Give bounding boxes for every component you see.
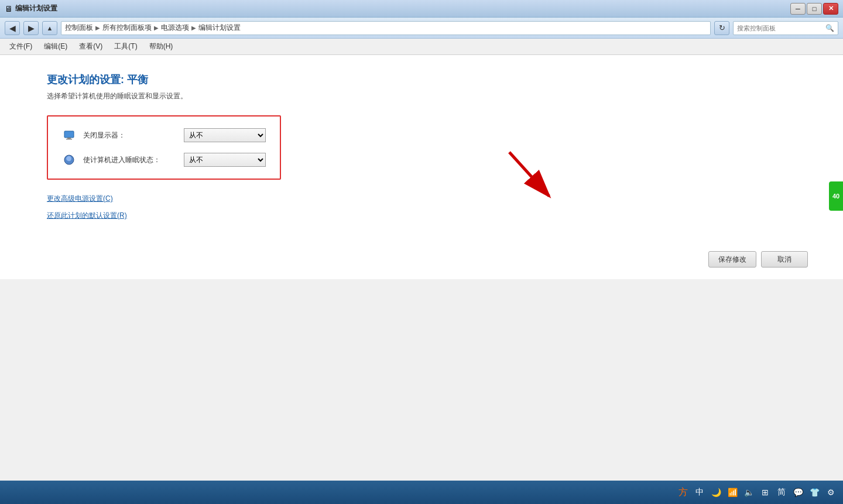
page-title: 更改计划的设置: 平衡 xyxy=(47,73,796,87)
sleep-icon xyxy=(62,153,76,167)
window-title: 编辑计划设置 xyxy=(15,4,57,13)
svg-rect-0 xyxy=(64,131,74,138)
menu-file[interactable]: 文件(F) xyxy=(5,40,37,53)
taskbar-icon-message[interactable]: 💬 xyxy=(791,486,804,499)
restore-defaults-link[interactable]: 还原此计划的默认设置(R) xyxy=(47,211,127,220)
button-row: 保存修改 取消 xyxy=(47,251,808,268)
settings-box: 关闭显示器： 从不 1 分钟 5 分钟 10 分钟 15 分钟 30 分钟 1 … xyxy=(47,115,281,180)
forward-button[interactable]: ▶ xyxy=(23,21,39,35)
search-icon[interactable]: 🔍 xyxy=(825,24,834,32)
breadcrumb-arrow-2: ▶ xyxy=(191,25,196,31)
title-bar-controls: ─ □ ✕ xyxy=(790,3,838,15)
refresh-button[interactable]: ↻ xyxy=(714,21,729,35)
taskbar-icon-clothing[interactable]: 👕 xyxy=(808,486,821,499)
minimize-button[interactable]: ─ xyxy=(790,3,806,15)
menu-view[interactable]: 查看(V) xyxy=(74,40,107,53)
taskbar-icon-grid[interactable]: ⊞ xyxy=(759,486,772,499)
svg-rect-1 xyxy=(67,138,71,139)
breadcrumb-item-1[interactable]: 所有控制面板项 xyxy=(102,23,152,33)
taskbar-icon-fanyi[interactable]: 方 xyxy=(677,486,690,499)
breadcrumb-item-0[interactable]: 控制面板 xyxy=(65,23,93,33)
address-bar: ◀ ▶ ▲ 控制面板 ▶ 所有控制面板项 ▶ 电源选项 ▶ 编辑计划设置 ↻ 🔍 xyxy=(0,18,843,39)
setting-row-sleep: 使计算机进入睡眠状态： 从不 1 分钟 5 分钟 10 分钟 15 分钟 30 … xyxy=(62,153,266,167)
save-button[interactable]: 保存修改 xyxy=(708,251,756,268)
advanced-settings-link[interactable]: 更改高级电源设置(C) xyxy=(47,194,113,203)
taskbar-icon-moon[interactable]: 🌙 xyxy=(710,486,722,499)
taskbar-icon-network[interactable]: 📶 xyxy=(726,486,739,499)
link-section-restore: 还原此计划的默认设置(R) xyxy=(47,211,796,221)
sleep-label: 使计算机进入睡眠状态： xyxy=(83,155,177,165)
up-button[interactable]: ▲ xyxy=(42,21,57,35)
side-button[interactable]: 40 xyxy=(829,181,843,211)
taskbar-icon-speaker[interactable]: 🔈 xyxy=(742,486,755,499)
title-bar: 🖥 编辑计划设置 ─ □ ✕ xyxy=(0,0,843,18)
search-input[interactable] xyxy=(737,25,823,32)
display-icon xyxy=(62,128,76,142)
title-bar-left: 🖥 编辑计划设置 xyxy=(5,4,57,13)
breadcrumb-item-3[interactable]: 编辑计划设置 xyxy=(198,23,241,33)
menu-edit[interactable]: 编辑(E) xyxy=(39,40,72,53)
taskbar: 方 中 🌙 📶 🔈 ⊞ 简 💬 👕 ⚙ xyxy=(0,481,843,504)
link-section-advanced: 更改高级电源设置(C) xyxy=(47,194,796,204)
breadcrumb-arrow-1: ▶ xyxy=(154,25,159,31)
setting-row-display: 关闭显示器： 从不 1 分钟 5 分钟 10 分钟 15 分钟 30 分钟 1 … xyxy=(62,128,266,142)
breadcrumb: 控制面板 ▶ 所有控制面板项 ▶ 电源选项 ▶ 编辑计划设置 xyxy=(61,21,711,35)
menu-tools[interactable]: 工具(T) xyxy=(109,40,142,53)
window-icon: 🖥 xyxy=(5,4,13,13)
taskbar-icon-settings[interactable]: ⚙ xyxy=(824,486,837,499)
close-button[interactable]: ✕ xyxy=(823,3,838,15)
breadcrumb-arrow-0: ▶ xyxy=(95,25,100,31)
menu-help[interactable]: 帮助(H) xyxy=(145,40,178,53)
menu-bar: 文件(F) 编辑(E) 查看(V) 工具(T) 帮助(H) xyxy=(0,39,843,55)
display-select[interactable]: 从不 1 分钟 5 分钟 10 分钟 15 分钟 30 分钟 1 小时 xyxy=(184,128,266,142)
breadcrumb-item-2[interactable]: 电源选项 xyxy=(161,23,189,33)
cancel-button[interactable]: 取消 xyxy=(761,251,808,268)
taskbar-icon-jian[interactable]: 简 xyxy=(775,486,788,499)
sleep-select[interactable]: 从不 1 分钟 5 分钟 10 分钟 15 分钟 30 分钟 1 小时 xyxy=(184,153,266,167)
page-subtitle: 选择希望计算机使用的睡眠设置和显示设置。 xyxy=(47,91,796,101)
svg-rect-2 xyxy=(66,139,72,140)
maximize-button[interactable]: □ xyxy=(807,3,822,15)
display-label: 关闭显示器： xyxy=(83,131,177,140)
taskbar-icon-zhong[interactable]: 中 xyxy=(693,486,706,499)
back-button[interactable]: ◀ xyxy=(5,21,20,35)
search-bar: 🔍 xyxy=(733,21,838,35)
main-content: 更改计划的设置: 平衡 选择希望计算机使用的睡眠设置和显示设置。 关闭显示器： … xyxy=(0,55,843,279)
